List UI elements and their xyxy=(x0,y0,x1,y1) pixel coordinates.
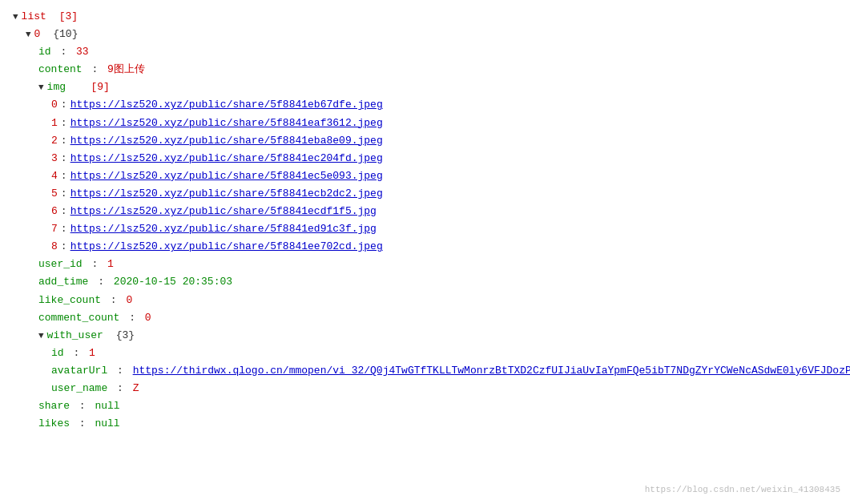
img-row: ▼ img [9] xyxy=(13,79,837,96)
img-items-container: 0 : https://lsz520.xyz/public/share/5f88… xyxy=(13,96,837,256)
add-time-row: add_time : 2020-10-15 20:35:03 xyxy=(13,273,837,291)
img-toggle[interactable]: ▼ xyxy=(38,80,44,95)
img-url-3[interactable]: https://lsz520.xyz/public/share/5f8841ec… xyxy=(70,150,383,167)
img-index-7: 7 xyxy=(51,220,58,238)
img-item-8: 8 : https://lsz520.xyz/public/share/5f88… xyxy=(13,238,837,256)
img-url-6[interactable]: https://lsz520.xyz/public/share/5f8841ec… xyxy=(70,203,377,220)
item0-count: {10} xyxy=(53,26,78,43)
img-index-1: 1 xyxy=(51,115,58,132)
avatar-url-link[interactable]: https://thirdwx.qlogo.cn/mmopen/vi_32/Q0… xyxy=(133,362,850,380)
with-user-toggle[interactable]: ▼ xyxy=(38,329,44,344)
share-val: null xyxy=(95,397,119,415)
comment-count-val: 0 xyxy=(145,309,151,327)
user-id-row: user_id : 1 xyxy=(13,256,837,273)
add-time-val: 2020-10-15 20:35:03 xyxy=(114,273,232,291)
avatar-url-row: avatarUrl : https://thirdwx.qlogo.cn/mmo… xyxy=(13,362,837,380)
img-item-3: 3 : https://lsz520.xyz/public/share/5f88… xyxy=(13,150,837,167)
root-count: [3] xyxy=(59,8,78,26)
like-count-key: like_count xyxy=(38,292,101,309)
item0-row: ▼ 0 {10} xyxy=(13,26,837,43)
root-list-row: ▼ list [3] xyxy=(13,8,837,26)
img-item-6: 6 : https://lsz520.xyz/public/share/5f88… xyxy=(13,203,837,220)
img-index-4: 4 xyxy=(51,167,58,185)
img-item-2: 2 : https://lsz520.xyz/public/share/5f88… xyxy=(13,132,837,150)
username-key: user_name xyxy=(51,380,107,397)
img-url-5[interactable]: https://lsz520.xyz/public/share/5f8841ec… xyxy=(70,185,383,203)
content-val: 9图上传 xyxy=(107,61,145,79)
img-count: [9] xyxy=(91,79,109,96)
img-index-6: 6 xyxy=(51,203,58,220)
with-user-id-row: id : 1 xyxy=(13,345,837,362)
img-url-0[interactable]: https://lsz520.xyz/public/share/5f8841eb… xyxy=(70,96,383,114)
img-item-0: 0 : https://lsz520.xyz/public/share/5f88… xyxy=(13,96,837,114)
with-user-count: {3} xyxy=(116,327,135,345)
with-user-id-key: id xyxy=(51,345,64,362)
img-index-5: 5 xyxy=(51,185,58,203)
avatar-key: avatarUrl xyxy=(51,362,107,380)
with-user-key: with_user xyxy=(47,327,103,345)
like-count-val: 0 xyxy=(126,292,132,309)
with-user-id-val: 1 xyxy=(89,345,95,362)
img-key: img xyxy=(47,79,66,96)
img-url-4[interactable]: https://lsz520.xyz/public/share/5f8841ec… xyxy=(70,167,383,185)
item0-index: 0 xyxy=(34,26,41,43)
with-user-row: ▼ with_user {3} xyxy=(13,327,837,345)
img-url-2[interactable]: https://lsz520.xyz/public/share/5f8841eb… xyxy=(70,132,383,150)
add-time-key: add_time xyxy=(38,273,88,291)
share-row: share : null xyxy=(13,397,837,415)
img-item-4: 4 : https://lsz520.xyz/public/share/5f88… xyxy=(13,167,837,185)
like-count-row: like_count : 0 xyxy=(13,292,837,309)
username-val: Z xyxy=(133,380,139,397)
root-key: list xyxy=(22,8,46,26)
item0-toggle[interactable]: ▼ xyxy=(26,27,31,42)
img-index-2: 2 xyxy=(51,132,58,150)
img-item-5: 5 : https://lsz520.xyz/public/share/5f88… xyxy=(13,185,837,203)
content-row: content : 9图上传 xyxy=(13,61,837,79)
img-url-7[interactable]: https://lsz520.xyz/public/share/5f8841ed… xyxy=(70,220,377,238)
share-key: share xyxy=(38,397,70,415)
img-index-0: 0 xyxy=(51,96,58,114)
img-index-8: 8 xyxy=(51,238,58,256)
img-index-3: 3 xyxy=(51,150,58,167)
content-key: content xyxy=(38,61,83,79)
id-row: id : 33 xyxy=(13,43,837,61)
img-url-8[interactable]: https://lsz520.xyz/public/share/5f8841ee… xyxy=(70,238,383,256)
id-val: 33 xyxy=(76,43,89,61)
img-url-1[interactable]: https://lsz520.xyz/public/share/5f8841ea… xyxy=(70,115,383,132)
likes-row: likes : null xyxy=(13,415,837,433)
root-toggle[interactable]: ▼ xyxy=(13,10,18,25)
user-id-val: 1 xyxy=(107,256,114,273)
img-item-1: 1 : https://lsz520.xyz/public/share/5f88… xyxy=(13,115,837,132)
img-item-7: 7 : https://lsz520.xyz/public/share/5f88… xyxy=(13,220,837,238)
likes-val: null xyxy=(95,415,119,433)
user-id-key: user_id xyxy=(38,256,83,273)
likes-key: likes xyxy=(38,415,70,433)
comment-count-row: comment_count : 0 xyxy=(13,309,837,327)
comment-count-key: comment_count xyxy=(38,309,119,327)
username-row: user_name : Z xyxy=(13,380,837,397)
id-key: id xyxy=(38,43,51,61)
